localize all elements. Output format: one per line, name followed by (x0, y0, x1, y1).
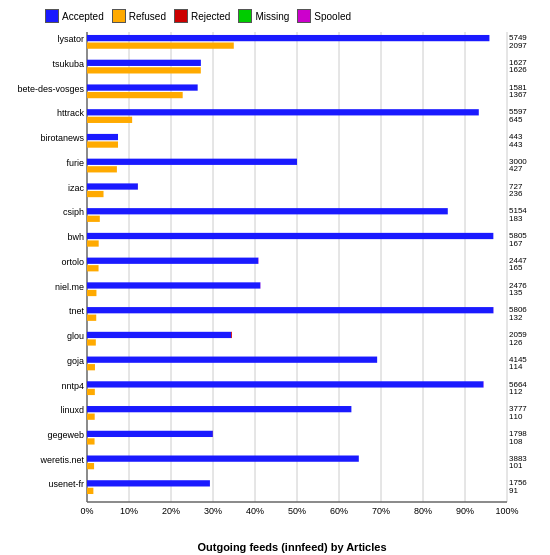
svg-text:niel.me: niel.me (55, 282, 84, 292)
svg-text:httrack: httrack (57, 108, 85, 118)
svg-rect-49 (87, 216, 100, 222)
svg-text:furie: furie (66, 158, 84, 168)
legend-item: Spooled (297, 9, 351, 23)
svg-rect-83 (87, 364, 95, 370)
svg-rect-48 (87, 208, 448, 214)
svg-text:50%: 50% (288, 506, 306, 516)
svg-text:bete-des-vosges: bete-des-vosges (17, 84, 84, 94)
svg-rect-77 (231, 332, 232, 338)
svg-rect-18 (87, 67, 201, 73)
svg-rect-64 (87, 282, 260, 288)
svg-text:ortolo: ortolo (61, 257, 84, 267)
svg-rect-44 (87, 191, 104, 197)
svg-rect-37 (87, 159, 297, 165)
svg-text:tnet: tnet (69, 306, 85, 316)
svg-text:165: 165 (509, 263, 523, 272)
svg-rect-78 (87, 339, 96, 345)
svg-rect-28 (87, 117, 132, 123)
legend-color (174, 9, 188, 23)
svg-text:167: 167 (509, 239, 523, 248)
svg-text:30%: 30% (204, 506, 222, 516)
svg-rect-105 (87, 463, 94, 469)
svg-text:10%: 10% (120, 506, 138, 516)
svg-text:126: 126 (509, 338, 523, 347)
svg-text:100%: 100% (495, 506, 518, 516)
svg-text:1367: 1367 (509, 90, 527, 99)
svg-text:usenet-fr: usenet-fr (48, 479, 84, 489)
svg-text:101: 101 (509, 461, 523, 470)
legend-label: Spooled (314, 11, 351, 22)
svg-text:114: 114 (509, 362, 523, 371)
svg-text:weretis.net: weretis.net (39, 455, 84, 465)
chart-container: AcceptedRefusedRejectedMissingSpooled574… (0, 0, 550, 555)
legend-label: Missing (255, 11, 289, 22)
legend-color (297, 9, 311, 23)
svg-rect-89 (87, 389, 95, 395)
svg-text:90%: 90% (456, 506, 474, 516)
svg-rect-87 (87, 381, 483, 387)
svg-rect-98 (87, 431, 213, 437)
svg-rect-100 (87, 438, 95, 444)
svg-rect-104 (87, 455, 359, 461)
svg-text:20%: 20% (162, 506, 180, 516)
svg-text:80%: 80% (414, 506, 432, 516)
svg-text:183: 183 (509, 214, 523, 223)
legend-label: Refused (129, 11, 166, 22)
svg-rect-72 (87, 315, 96, 321)
svg-text:lysator: lysator (57, 34, 84, 44)
svg-rect-109 (87, 480, 210, 486)
svg-rect-94 (87, 414, 95, 420)
svg-rect-53 (87, 233, 493, 239)
svg-rect-23 (87, 92, 183, 98)
svg-rect-33 (87, 141, 118, 147)
svg-text:645: 645 (509, 115, 523, 124)
svg-text:birotanews: birotanews (40, 133, 84, 143)
svg-text:60%: 60% (330, 506, 348, 516)
svg-rect-27 (87, 109, 479, 115)
svg-rect-66 (87, 290, 96, 296)
svg-text:1626: 1626 (509, 65, 527, 74)
svg-text:gegeweb: gegeweb (47, 430, 84, 440)
svg-text:2097: 2097 (509, 41, 527, 50)
svg-rect-13 (87, 42, 234, 48)
svg-text:nntp4: nntp4 (61, 381, 84, 391)
legend-label: Accepted (62, 11, 104, 22)
svg-rect-17 (87, 60, 201, 66)
svg-text:izac: izac (68, 183, 85, 193)
legend-color (112, 9, 126, 23)
svg-rect-60 (87, 265, 99, 271)
chart-svg: 57492097lysator16271626tsukuba15811367be… (5, 27, 550, 537)
svg-text:bwh: bwh (67, 232, 84, 242)
svg-rect-58 (87, 258, 258, 264)
svg-text:132: 132 (509, 313, 523, 322)
svg-text:112: 112 (509, 387, 523, 396)
legend: AcceptedRefusedRejectedMissingSpooled (5, 5, 545, 27)
svg-rect-93 (87, 406, 351, 412)
legend-item: Missing (238, 9, 289, 23)
svg-rect-38 (87, 166, 117, 172)
svg-rect-22 (87, 84, 198, 90)
legend-label: Rejected (191, 11, 230, 22)
svg-text:135: 135 (509, 288, 523, 297)
svg-text:427: 427 (509, 164, 523, 173)
svg-text:glou: glou (67, 331, 84, 341)
svg-text:70%: 70% (372, 506, 390, 516)
svg-text:linuxd: linuxd (60, 405, 84, 415)
svg-rect-76 (87, 332, 231, 338)
svg-rect-54 (87, 240, 99, 246)
svg-rect-70 (87, 307, 493, 313)
svg-rect-32 (87, 134, 118, 140)
legend-item: Refused (112, 9, 166, 23)
svg-text:tsukuba: tsukuba (52, 59, 84, 69)
legend-item: Rejected (174, 9, 230, 23)
svg-rect-110 (87, 488, 93, 494)
svg-text:91: 91 (509, 486, 518, 495)
svg-text:443: 443 (509, 140, 523, 149)
x-axis-title: Outgoing feeds (innfeed) by Articles (87, 541, 497, 553)
svg-text:40%: 40% (246, 506, 264, 516)
legend-item: Accepted (45, 9, 104, 23)
legend-color (45, 9, 59, 23)
svg-text:goja: goja (67, 356, 84, 366)
svg-rect-42 (87, 183, 138, 189)
svg-text:110: 110 (509, 412, 523, 421)
